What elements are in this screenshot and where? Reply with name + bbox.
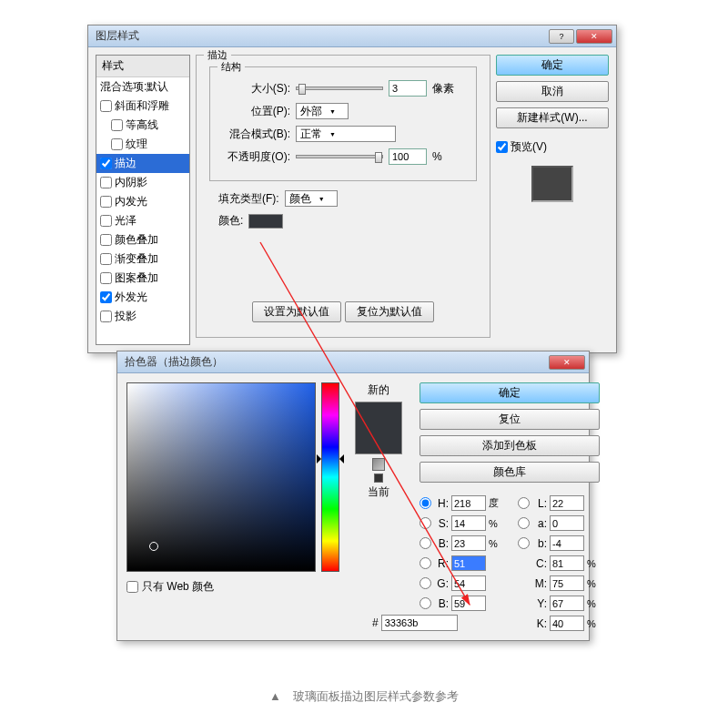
fill-type-label: 填充类型(F): (218, 191, 279, 207)
style-satin-checkbox[interactable] (100, 215, 112, 227)
web-only-label: 只有 Web 颜色 (142, 579, 214, 595)
make-default-button[interactable]: 设置为默认值 (252, 301, 341, 322)
size-label: 大小(S): (219, 81, 290, 97)
style-contour-checkbox[interactable] (111, 119, 123, 131)
style-gradient-overlay-checkbox[interactable] (100, 253, 112, 265)
opacity-input[interactable] (389, 148, 427, 165)
cube-icon (372, 458, 385, 471)
style-bevel[interactable]: 斜面和浮雕 (96, 97, 189, 116)
style-inner-glow[interactable]: 内发光 (96, 192, 189, 211)
h-radio[interactable] (420, 497, 431, 509)
layer-style-dialog: 图层样式 ? ✕ 样式 混合选项:默认 斜面和浮雕 等高线 纹理 描边 内阴影 … (87, 25, 617, 353)
stroke-color-swatch[interactable] (248, 214, 283, 229)
preview-label: 预览(V) (511, 139, 547, 155)
bv-input[interactable] (451, 596, 486, 611)
style-pattern-overlay-checkbox[interactable] (100, 272, 112, 284)
chevron-down-icon: ▼ (318, 196, 325, 202)
color-picker-title: 拾色器（描边颜色） (121, 354, 549, 370)
web-only-checkbox[interactable] (126, 581, 138, 593)
opacity-unit: % (432, 150, 442, 163)
style-gradient-overlay[interactable]: 渐变叠加 (96, 249, 189, 269)
current-label: 当前 (345, 484, 412, 500)
c-input[interactable] (550, 555, 584, 571)
style-inner-shadow[interactable]: 内阴影 (96, 173, 189, 192)
l-input[interactable] (550, 495, 584, 511)
add-swatch-button[interactable]: 添加到色板 (420, 435, 600, 456)
cp-cancel-button[interactable]: 复位 (420, 409, 600, 430)
b-input[interactable] (451, 535, 486, 551)
style-contour[interactable]: 等高线 (96, 116, 189, 135)
m-input[interactable] (550, 575, 584, 591)
l-radio[interactable] (518, 497, 530, 509)
h-input[interactable] (451, 495, 486, 511)
sidebar-header: 样式 (96, 56, 189, 77)
hue-slider[interactable] (321, 382, 339, 572)
close-button[interactable]: ✕ (576, 29, 612, 44)
a-radio[interactable] (518, 517, 530, 529)
cp-ok-button[interactable]: 确定 (420, 382, 600, 403)
layer-style-titlebar[interactable]: 图层样式 ? ✕ (88, 25, 616, 47)
s-radio[interactable] (420, 517, 431, 529)
hex-input[interactable] (381, 615, 458, 631)
style-texture-checkbox[interactable] (111, 138, 123, 150)
structure-fieldset: 结构 大小(S): 像素 位置(P): 外部▼ 混合模式(B): 正常▼ (209, 66, 477, 181)
color-label: 颜色: (218, 213, 243, 229)
k-input[interactable] (550, 616, 584, 631)
reset-default-button[interactable]: 复位为默认值 (345, 301, 434, 322)
a-input[interactable] (550, 515, 584, 531)
b2-radio[interactable] (518, 537, 530, 549)
safe-color-icon (374, 474, 383, 483)
new-label: 新的 (345, 382, 412, 398)
bv-radio[interactable] (420, 597, 431, 609)
style-outer-glow-checkbox[interactable] (100, 291, 112, 303)
cancel-button[interactable]: 取消 (496, 81, 609, 102)
chevron-down-icon: ▼ (329, 131, 336, 137)
style-drop-shadow-checkbox[interactable] (100, 311, 112, 322)
color-picker-titlebar[interactable]: 拾色器（描边颜色） ✕ (117, 351, 589, 373)
preview-checkbox[interactable] (496, 141, 508, 153)
style-inner-glow-checkbox[interactable] (100, 196, 112, 208)
style-color-overlay-checkbox[interactable] (100, 234, 112, 246)
blend-mode-label: 混合模式(B): (219, 127, 290, 142)
new-style-button[interactable]: 新建样式(W)... (496, 107, 609, 128)
hex-symbol: # (372, 616, 379, 629)
color-field[interactable] (126, 382, 316, 572)
blending-options-item[interactable]: 混合选项:默认 (96, 77, 189, 97)
style-bevel-checkbox[interactable] (100, 100, 112, 112)
chevron-down-icon: ▼ (329, 108, 336, 115)
close-button[interactable]: ✕ (549, 355, 585, 370)
style-stroke-checkbox[interactable] (100, 158, 112, 169)
size-unit: 像素 (432, 81, 454, 97)
style-stroke[interactable]: 描边 (96, 154, 189, 173)
structure-legend: 结构 (217, 60, 245, 74)
new-color-swatch[interactable] (356, 402, 401, 428)
b2-input[interactable] (550, 535, 584, 551)
size-input[interactable] (389, 80, 427, 97)
stroke-fieldset: 描边 结构 大小(S): 像素 位置(P): 外部▼ 混合模式(B): (196, 55, 490, 338)
style-inner-shadow-checkbox[interactable] (100, 177, 112, 188)
color-cursor (149, 542, 158, 551)
style-texture[interactable]: 纹理 (96, 135, 189, 154)
g-input[interactable] (451, 575, 486, 591)
s-input[interactable] (451, 515, 486, 531)
ok-button[interactable]: 确定 (496, 55, 609, 76)
current-color-swatch[interactable] (356, 428, 401, 453)
caption: ▲ 玻璃面板描边图层样式参数参考 (0, 688, 728, 705)
opacity-slider[interactable] (296, 155, 383, 158)
fill-type-dropdown[interactable]: 颜色▼ (285, 190, 338, 207)
position-dropdown[interactable]: 外部▼ (296, 103, 349, 119)
blend-mode-dropdown[interactable]: 正常▼ (296, 126, 396, 142)
style-color-overlay[interactable]: 颜色叠加 (96, 230, 189, 249)
size-slider[interactable] (296, 87, 383, 90)
help-button[interactable]: ? (549, 29, 574, 44)
g-radio[interactable] (420, 577, 431, 589)
b-radio[interactable] (420, 537, 431, 549)
style-drop-shadow[interactable]: 投影 (96, 307, 189, 326)
r-input[interactable] (451, 555, 486, 571)
style-satin[interactable]: 光泽 (96, 211, 189, 230)
y-input[interactable] (550, 596, 584, 611)
color-libs-button[interactable]: 颜色库 (420, 462, 600, 483)
style-pattern-overlay[interactable]: 图案叠加 (96, 269, 189, 288)
style-outer-glow[interactable]: 外发光 (96, 288, 189, 307)
r-radio[interactable] (420, 557, 431, 569)
